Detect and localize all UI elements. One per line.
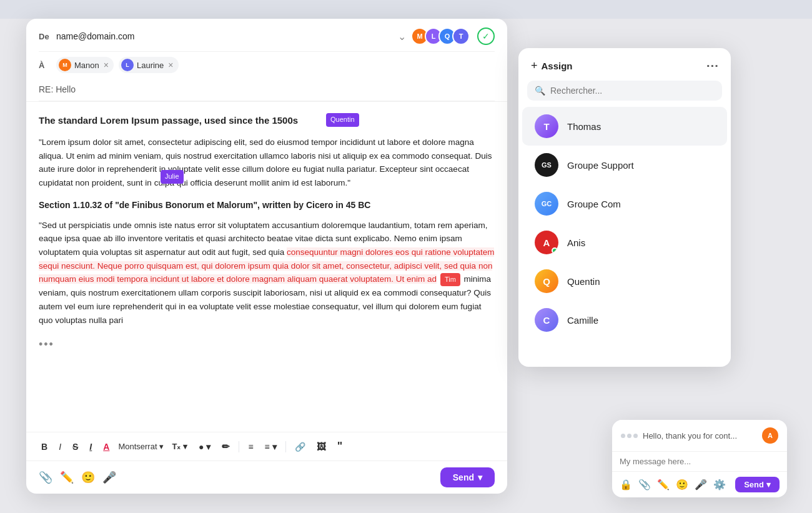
- quentin-avatar: Q: [535, 269, 558, 293]
- dot3: [633, 434, 638, 438]
- chevron-down-icon[interactable]: ⌄: [398, 31, 406, 42]
- laurine-name: Laurine: [137, 61, 164, 70]
- send-button[interactable]: Send ▾: [440, 467, 495, 487]
- chat-send-button[interactable]: Send ▾: [735, 477, 780, 492]
- contact-item-anis[interactable]: A Anis: [522, 223, 727, 262]
- chat-typing-indicator: [621, 434, 638, 438]
- email-to-row: À M Manon × L Laurine ×: [39, 52, 495, 78]
- email-bottom-bar: 📎 ✏️ 🙂 🎤 Send ▾: [26, 461, 507, 494]
- email-subject: RE: Hello: [39, 78, 495, 101]
- assign-panel-header: + Assign ⋯: [518, 48, 731, 81]
- anis-name: Anis: [567, 237, 585, 248]
- search-icon: 🔍: [535, 86, 545, 96]
- mic-icon[interactable]: 🎤: [102, 471, 116, 484]
- recipient-chip-manon[interactable]: M Manon ×: [56, 57, 114, 73]
- assign-button[interactable]: + Assign: [531, 59, 573, 72]
- more-options-button[interactable]: ⋯: [706, 58, 718, 73]
- chat-header: Hello, thank you for cont... A: [612, 420, 787, 451]
- avatar-t[interactable]: T: [452, 27, 470, 45]
- to-label: À: [39, 61, 51, 70]
- groupe-support-name: Groupe Support: [567, 160, 634, 171]
- chat-settings-icon[interactable]: ⚙️: [713, 479, 726, 491]
- more-content-button[interactable]: •••: [39, 336, 495, 354]
- laurine-avatar: L: [121, 59, 134, 71]
- contact-item-camille[interactable]: C Camille: [522, 301, 727, 339]
- link-button[interactable]: 🔗: [292, 441, 308, 453]
- chat-mic-icon[interactable]: 🎤: [695, 479, 707, 491]
- thomas-name: Thomas: [567, 121, 601, 132]
- chat-message-input[interactable]: [620, 457, 780, 466]
- underline-button[interactable]: I: [87, 441, 94, 453]
- attachment-icon[interactable]: 📎: [39, 471, 52, 484]
- anis-status-dot: [552, 247, 558, 254]
- camille-name: Camille: [567, 315, 598, 326]
- text-size-button[interactable]: Tₓ ▾: [170, 441, 191, 452]
- groupe-support-avatar: GS: [535, 153, 558, 177]
- bold-button[interactable]: B: [39, 441, 50, 453]
- strikethrough-button[interactable]: S: [70, 441, 81, 453]
- remove-laurine-button[interactable]: ×: [168, 60, 173, 70]
- chat-input-area[interactable]: [612, 451, 787, 471]
- email-title: The standard Lorem Ipsum passage, used s…: [39, 113, 495, 128]
- remove-manon-button[interactable]: ×: [104, 60, 109, 70]
- from-address: name@domain.com: [56, 31, 393, 41]
- tim-cursor: Tim: [440, 273, 460, 287]
- search-input[interactable]: [550, 86, 715, 96]
- dot1: [621, 434, 625, 438]
- quentin-cursor: Quentin: [326, 113, 359, 127]
- chat-edit-icon[interactable]: ✏️: [657, 479, 670, 491]
- manon-avatar: M: [59, 59, 71, 71]
- anis-avatar: A: [535, 231, 558, 254]
- groupe-com-avatar: GC: [535, 192, 558, 216]
- assign-search-box[interactable]: 🔍: [527, 81, 722, 101]
- chat-attachment-icon[interactable]: 📎: [638, 479, 651, 491]
- eraser-button[interactable]: ✏: [219, 440, 232, 454]
- dot2: [627, 434, 631, 438]
- recipient-chip-laurine[interactable]: L Laurine ×: [119, 57, 179, 73]
- thomas-avatar: T: [535, 114, 558, 138]
- email-header: De name@domain.com ⌄ M L Q T ✓ À M Manon…: [26, 19, 507, 102]
- contact-item-thomas[interactable]: T Thomas: [522, 107, 727, 146]
- edit-icon[interactable]: ✏️: [60, 471, 74, 484]
- quentin-name: Quentin: [567, 276, 600, 287]
- assign-label: Assign: [542, 61, 573, 71]
- email-compose-panel: De name@domain.com ⌄ M L Q T ✓ À M Manon…: [26, 19, 507, 494]
- list-button[interactable]: ≡: [245, 441, 255, 453]
- contact-item-groupe-com[interactable]: GC Groupe Com: [522, 184, 727, 223]
- emoji-icon[interactable]: 🙂: [81, 471, 95, 484]
- image-button[interactable]: 🖼: [314, 440, 329, 453]
- chat-user-avatar: A: [762, 427, 778, 444]
- contact-item-quentin[interactable]: Q Quentin: [522, 262, 727, 301]
- check-icon[interactable]: ✓: [477, 27, 495, 45]
- contact-item-groupe-support[interactable]: GS Groupe Support: [522, 146, 727, 184]
- email-from-row: De name@domain.com ⌄ M L Q T ✓: [39, 27, 495, 52]
- color-circle-button[interactable]: ● ▾: [196, 441, 213, 453]
- from-label: De: [39, 32, 51, 41]
- assign-contacts-list: T Thomas GS Groupe Support GC Groupe Com…: [518, 107, 731, 367]
- email-body-paragraph2: "Sed ut perspiciatis unde omnis iste nat…: [39, 219, 495, 327]
- camille-avatar: C: [535, 308, 558, 332]
- quote-button[interactable]: ": [335, 439, 345, 454]
- chat-preview-text: Hello, thank you for cont...: [643, 431, 757, 441]
- italic-button[interactable]: I: [56, 441, 64, 453]
- groupe-com-name: Groupe Com: [567, 199, 621, 209]
- align-button[interactable]: ≡ ▾: [262, 441, 279, 453]
- font-color-button[interactable]: A: [101, 441, 112, 453]
- send-chevron-icon: ▾: [478, 472, 482, 482]
- chat-bottom-bar: 🔒 📎 ✏️ 🙂 🎤 ⚙️ Send ▾: [612, 471, 787, 497]
- header-avatar-group: M L Q T: [411, 27, 470, 45]
- julie-cursor: Julie: [161, 170, 184, 184]
- chat-panel: Hello, thank you for cont... A 🔒 📎 ✏️ 🙂 …: [612, 420, 787, 497]
- font-family-select[interactable]: Montserrat ▾: [118, 442, 163, 451]
- email-section2-heading: Section 1.10.32 of "de Finibus Bonorum e…: [39, 198, 495, 212]
- chat-emoji-icon[interactable]: 🙂: [676, 479, 688, 491]
- email-formatting-toolbar: B I S I A Montserrat ▾ Tₓ ▾ ● ▾ ✏ ≡ ≡ ▾ …: [26, 432, 507, 461]
- lock-icon[interactable]: 🔒: [620, 479, 632, 491]
- chat-send-chevron-icon: ▾: [766, 480, 771, 489]
- assign-panel: + Assign ⋯ 🔍 T Thomas GS Groupe Support …: [518, 48, 731, 367]
- manon-name: Manon: [74, 61, 99, 70]
- email-body-paragraph1: "Lorem ipsum dolor sit amet, consectetur…: [39, 136, 495, 189]
- email-body[interactable]: Quentin The standard Lorem Ipsum passage…: [26, 102, 507, 432]
